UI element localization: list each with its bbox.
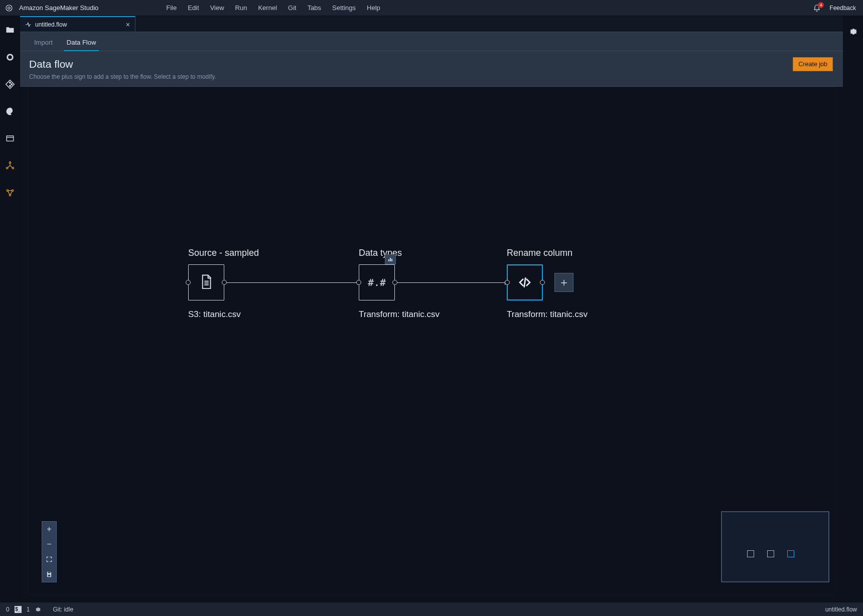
flow-canvas[interactable]: Source - sampled S3: titanic.csv Data ty <box>27 87 836 595</box>
node-box[interactable] <box>188 264 224 300</box>
file-tab-untitled-flow[interactable]: untitled.flow × <box>20 16 135 32</box>
status-bar: 0 $_ 1 Git: idle untitled.flow <box>0 602 863 616</box>
status-left-number: 0 <box>6 606 10 613</box>
menu-file[interactable]: File <box>161 4 182 12</box>
chart-icon[interactable] <box>385 254 396 264</box>
window-icon[interactable] <box>4 132 16 144</box>
zoom-in-button[interactable]: + <box>42 522 56 537</box>
canvas-wrapper: Source - sampled S3: titanic.csv Data ty <box>20 87 843 602</box>
node-box[interactable]: #.# <box>359 264 395 300</box>
connector <box>227 282 359 283</box>
folder-icon[interactable] <box>4 24 16 36</box>
minimap[interactable] <box>721 511 829 582</box>
menu-kernel[interactable]: Kernel <box>252 4 282 12</box>
terminal-icon[interactable]: $_ <box>15 606 22 613</box>
svg-rect-19 <box>391 259 392 261</box>
flow-file-icon <box>24 21 32 29</box>
page-title: Data flow <box>29 58 834 70</box>
kernel-gear-icon[interactable] <box>35 606 42 613</box>
minimap-node-selected <box>787 550 794 557</box>
plus-icon: ＋ <box>558 275 569 290</box>
svg-rect-18 <box>390 258 391 261</box>
menu-settings[interactable]: Settings <box>327 4 361 12</box>
file-tab-label: untitled.flow <box>35 21 67 28</box>
right-activity-bar <box>843 16 863 602</box>
app-title: Amazon SageMaker Studio <box>18 4 105 12</box>
document-icon <box>199 274 214 291</box>
node-subtitle: S3: titanic.csv <box>188 310 339 320</box>
menu-tabs[interactable]: Tabs <box>302 4 327 12</box>
svg-point-12 <box>12 190 13 191</box>
svg-point-8 <box>9 162 11 164</box>
svg-point-2 <box>7 55 13 60</box>
tab-data-flow[interactable]: Data Flow <box>60 39 103 51</box>
pipeline-icon[interactable] <box>4 187 16 199</box>
minimap-viewport <box>726 516 824 577</box>
code-icon <box>516 275 534 290</box>
top-menu-bar: Amazon SageMaker Studio File Edit View R… <box>0 0 863 16</box>
node-title: Data types <box>359 248 509 258</box>
menu-edit[interactable]: Edit <box>182 4 204 12</box>
work-area: untitled.flow × Import Data Flow Data fl… <box>20 16 843 602</box>
notifications-badge: 4 <box>818 2 824 8</box>
status-git: Git: idle <box>53 606 73 613</box>
file-tab-row: untitled.flow × <box>20 16 843 32</box>
node-subtitle: Transform: titanic.csv <box>507 310 657 320</box>
minimap-node <box>767 550 774 557</box>
node-title: Rename column <box>507 248 657 258</box>
svg-point-13 <box>9 194 11 196</box>
svg-point-11 <box>7 190 8 191</box>
flow-node-source[interactable]: Source - sampled S3: titanic.csv <box>188 248 339 320</box>
status-filename: untitled.flow <box>825 606 857 613</box>
hash-icon: #.# <box>368 276 386 288</box>
svg-point-1 <box>8 7 11 9</box>
flow-node-rename-column[interactable]: Rename column Transform: titanic.csv <box>507 248 657 320</box>
dw-header: Data flow Choose the plus sign to add a … <box>20 51 843 87</box>
notifications-bell-icon[interactable]: 4 <box>811 3 822 13</box>
svg-rect-22 <box>48 575 51 577</box>
tab-import[interactable]: Import <box>27 39 60 51</box>
connector <box>397 282 507 283</box>
menu-git[interactable]: Git <box>282 4 302 12</box>
svg-point-0 <box>6 5 12 11</box>
gear-icon[interactable] <box>848 26 859 37</box>
add-step-button[interactable]: ＋ <box>554 273 573 292</box>
zoom-controls: + − <box>42 521 57 582</box>
menu-view[interactable]: View <box>205 4 230 12</box>
svg-rect-17 <box>388 259 389 261</box>
menu-run[interactable]: Run <box>230 4 253 12</box>
feedback-link[interactable]: Feedback <box>829 5 856 12</box>
save-button[interactable] <box>42 567 56 582</box>
aws-logo-icon <box>0 4 18 13</box>
svg-point-4 <box>9 85 11 87</box>
node-subtitle: Transform: titanic.csv <box>359 310 509 320</box>
menu-help[interactable]: Help <box>361 4 386 12</box>
git-icon[interactable] <box>4 78 16 90</box>
create-job-button[interactable]: Create job <box>793 57 833 71</box>
svg-point-3 <box>9 82 11 83</box>
node-box-selected[interactable] <box>507 264 543 300</box>
node-title: Source - sampled <box>188 248 339 258</box>
status-kernel-count: 1 <box>27 606 30 613</box>
svg-line-20 <box>524 278 526 287</box>
svg-point-5 <box>11 84 13 85</box>
zoom-out-button[interactable]: − <box>42 537 56 552</box>
left-activity-bar <box>0 16 20 602</box>
page-subtitle: Choose the plus sign to add a step to th… <box>29 73 834 80</box>
components-icon[interactable] <box>4 160 16 172</box>
circle-icon[interactable] <box>4 51 16 63</box>
dw-sub-tabs: Import Data Flow <box>20 32 843 51</box>
svg-rect-21 <box>48 572 51 573</box>
flow-node-data-types[interactable]: Data types #.# Transform: titanic.csv <box>359 248 509 320</box>
minimap-node <box>747 550 754 557</box>
zoom-fit-button[interactable] <box>42 552 56 567</box>
close-icon[interactable]: × <box>126 21 130 28</box>
svg-rect-6 <box>7 136 14 141</box>
palette-icon[interactable] <box>4 105 16 117</box>
menu-items: File Edit View Run Kernel Git Tabs Setti… <box>105 4 386 12</box>
